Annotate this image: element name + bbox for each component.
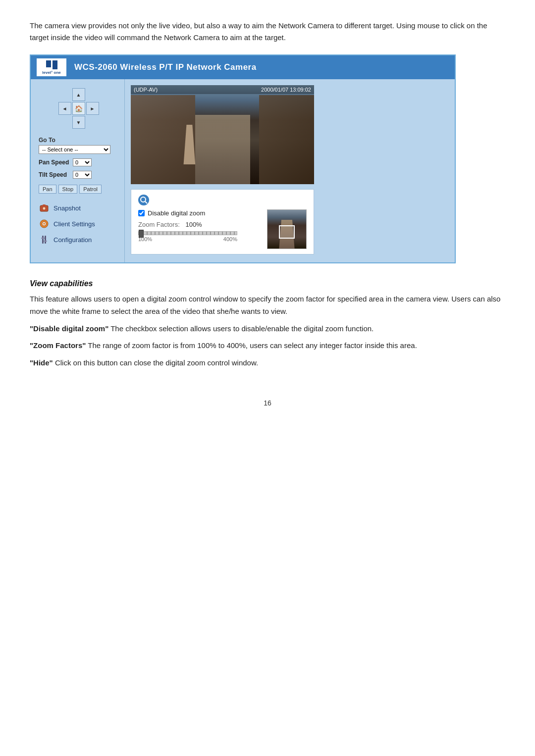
video-protocol: (UDP-AV)	[134, 87, 158, 93]
camera-logo: level° one	[37, 58, 66, 76]
view-cap-paragraph3: "Zoom Factors" The range of zoom factor …	[30, 340, 505, 352]
ptz-left-button[interactable]	[58, 102, 71, 115]
view-capabilities-section: View capabilities This feature allows us…	[30, 279, 505, 369]
ptz-controls: 🏠	[39, 88, 118, 129]
zoom-thumbnail	[267, 209, 307, 249]
view-capabilities-title: View capabilities	[30, 279, 505, 288]
disable-zoom-desc: The checkbox selection allows users to d…	[108, 324, 374, 333]
zoom-labels: 100% 400%	[138, 236, 237, 242]
svg-point-10	[141, 197, 146, 202]
zoom-slider-container: 100% 400%	[138, 231, 260, 242]
zoom-value: 100%	[185, 221, 202, 228]
ptz-middle-row: 🏠	[58, 102, 99, 115]
zoom-max-label: 400%	[223, 236, 237, 242]
hide-term: "Hide"	[30, 358, 53, 367]
zoom-icon	[138, 195, 149, 205]
ptz-center-button[interactable]: 🏠	[72, 102, 85, 115]
sidebar-menu: Snapshot Client Settings	[39, 202, 118, 245]
intro-paragraph: The camera view provides not only the li…	[30, 20, 505, 44]
zoom-panel-top	[138, 195, 307, 205]
patrol-button[interactable]: Patrol	[79, 185, 102, 194]
zoom-slider-thumb[interactable]	[139, 230, 144, 238]
view-cap-paragraph2: "Disable digital zoom" The checkbox sele…	[30, 323, 505, 335]
sidebar-item-client-settings[interactable]: Client Settings	[39, 218, 118, 229]
zoom-factor-row: Zoom Factors: 100%	[138, 221, 260, 228]
goto-label: Go To	[39, 137, 118, 144]
pan-speed-select[interactable]: 0	[73, 158, 92, 166]
client-settings-icon	[39, 218, 50, 229]
hide-desc: Click on this button can close the digit…	[53, 358, 258, 367]
tilt-speed-select[interactable]: 0	[73, 171, 92, 179]
configuration-label: Configuration	[54, 236, 92, 244]
zoom-factors-desc: The range of zoom factor is from 100% to…	[86, 341, 417, 350]
svg-line-11	[145, 202, 147, 203]
ptz-top-row	[72, 88, 85, 101]
svg-rect-2	[43, 204, 46, 206]
svg-point-5	[43, 223, 45, 225]
goto-select[interactable]: -- Select one --	[39, 145, 110, 154]
svg-rect-7	[45, 236, 46, 244]
page-number: 16	[30, 399, 505, 407]
disable-zoom-checkbox[interactable]	[138, 210, 145, 216]
zoom-panel: Disable digital zoom Zoom Factors: 100% …	[131, 189, 314, 254]
pan-speed-row: Pan Speed 0	[39, 158, 118, 166]
snapshot-label: Snapshot	[54, 204, 81, 212]
logo-text: level° one	[42, 70, 60, 75]
zoom-slider[interactable]	[138, 231, 237, 235]
video-overlay: (UDP-AV) 2000/01/07 13:09:02	[131, 85, 314, 94]
pan-button[interactable]: Pan	[39, 185, 56, 194]
video-feed[interactable]: (UDP-AV) 2000/01/07 13:09:02	[131, 85, 314, 184]
client-settings-label: Client Settings	[54, 220, 95, 228]
camera-header: level° one WCS-2060 Wireless P/T IP Netw…	[31, 55, 455, 79]
camera-title: WCS-2060 Wireless P/T IP Network Camera	[74, 62, 257, 72]
svg-rect-9	[44, 241, 47, 242]
zoom-factors-term: "Zoom Factors"	[30, 341, 86, 350]
camera-body: 🏠 Go To -- Select one -- Pan Speed	[31, 79, 455, 262]
zoom-content: Disable digital zoom Zoom Factors: 100% …	[138, 209, 307, 249]
disable-zoom-row: Disable digital zoom	[138, 209, 260, 217]
camera-main: (UDP-AV) 2000/01/07 13:09:02	[125, 79, 455, 262]
ptz-bottom-row	[72, 116, 85, 129]
action-buttons: Pan Stop Patrol	[39, 185, 118, 194]
pan-speed-label: Pan Speed	[39, 159, 71, 166]
camera-ui-box: level° one WCS-2060 Wireless P/T IP Netw…	[30, 54, 456, 263]
sidebar-item-configuration[interactable]: Configuration	[39, 234, 118, 245]
goto-section: Go To -- Select one --	[39, 137, 118, 154]
disable-zoom-term: "Disable digital zoom"	[30, 324, 108, 333]
view-cap-paragraph1: This feature allows users to open a digi…	[30, 293, 505, 318]
ptz-right-button[interactable]	[86, 102, 99, 115]
camera-sidebar: 🏠 Go To -- Select one -- Pan Speed	[31, 79, 125, 262]
zoom-controls: Disable digital zoom Zoom Factors: 100% …	[138, 209, 260, 242]
configuration-icon	[39, 234, 50, 245]
svg-rect-8	[41, 238, 45, 239]
tilt-speed-row: Tilt Speed 0	[39, 171, 118, 179]
sidebar-item-snapshot[interactable]: Snapshot	[39, 202, 118, 213]
ptz-down-button[interactable]	[72, 116, 85, 129]
video-scene	[131, 85, 314, 184]
stop-button[interactable]: Stop	[58, 185, 78, 194]
view-cap-paragraph4: "Hide" Click on this button can close th…	[30, 357, 505, 369]
disable-zoom-label: Disable digital zoom	[148, 209, 205, 217]
svg-point-1	[43, 207, 46, 210]
snapshot-icon	[39, 202, 50, 213]
video-timestamp: 2000/01/07 13:09:02	[261, 87, 311, 93]
svg-rect-6	[42, 236, 44, 244]
zoom-factors-label: Zoom Factors:	[138, 221, 180, 228]
tilt-speed-label: Tilt Speed	[39, 171, 71, 178]
ptz-up-button[interactable]	[72, 88, 85, 101]
